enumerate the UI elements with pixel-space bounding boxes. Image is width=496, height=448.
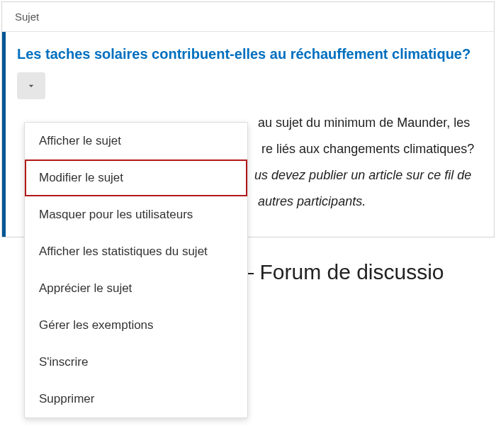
menu-item-edit-topic[interactable]: Modifier le sujet	[25, 159, 247, 196]
menu-item-hide-for-users[interactable]: Masquer pour les utilisateurs	[25, 196, 247, 233]
chevron-down-icon	[26, 80, 37, 91]
menu-item-subscribe[interactable]: S'inscrire	[25, 344, 247, 381]
menu-item-view-stats[interactable]: Afficher les statistiques du sujet	[25, 233, 247, 270]
menu-item-manage-exemptions[interactable]: Gérer les exemptions	[25, 307, 247, 344]
topic-actions-button[interactable]	[17, 72, 45, 99]
topic-title[interactable]: Les taches solaires contribuent-elles au…	[17, 45, 481, 64]
menu-item-view-topic[interactable]: Afficher le sujet	[25, 123, 247, 159]
card-header: Sujet	[2, 2, 494, 32]
menu-item-delete[interactable]: Supprimer	[25, 381, 247, 418]
card-header-label: Sujet	[15, 11, 39, 23]
topic-actions-menu: Afficher le sujet Modifier le sujet Masq…	[24, 122, 248, 418]
menu-item-like-topic[interactable]: Apprécier le sujet	[25, 270, 247, 307]
